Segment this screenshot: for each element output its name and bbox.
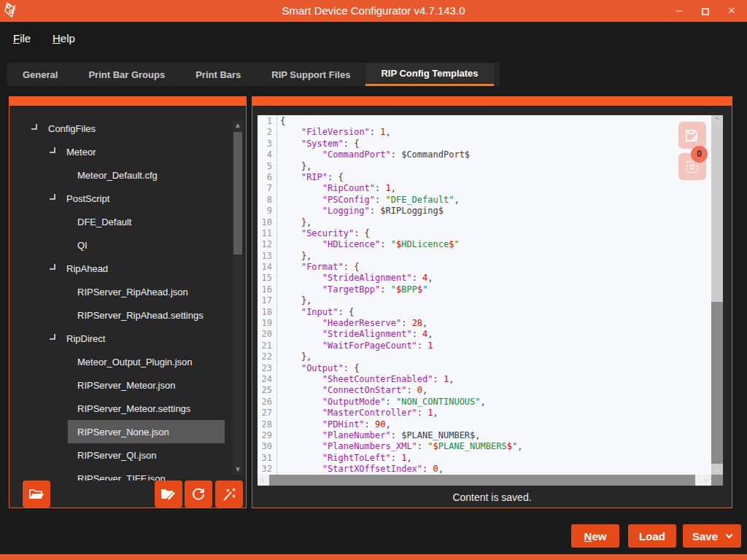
panel-header-strip <box>252 97 732 106</box>
tree-item-label: DFE_Default <box>77 217 131 228</box>
code-line: 21 "WaitForPageCount": 1 <box>258 341 711 351</box>
save-template-button[interactable] <box>678 122 706 149</box>
tree-item[interactable]: RipAhead <box>9 257 228 280</box>
tree-item-label: Meteor <box>66 147 96 158</box>
tree-item[interactable]: Meteor_Default.cfg <box>9 163 228 187</box>
expander-icon[interactable] <box>50 147 55 153</box>
tab-print-bar-groups[interactable]: Print Bar Groups <box>73 63 180 86</box>
maximize-button[interactable] <box>693 0 718 22</box>
expander-icon[interactable] <box>31 124 37 130</box>
tree-item[interactable]: DFE_Default <box>9 210 228 233</box>
tab-general[interactable]: General <box>7 63 73 86</box>
title-bar: Smart Device Configurator v4.7.143.0 ─ ✕ <box>0 0 747 22</box>
template-editor-panel: 1{2 "FileVersion": 1,3 "System": {4 "Com… <box>252 96 732 508</box>
close-button[interactable]: ✕ <box>719 0 744 22</box>
tree-item[interactable]: RipDirect <box>9 327 228 350</box>
horizontal-scrollbar-thumb[interactable] <box>269 475 695 486</box>
line-number: 19 <box>258 318 274 329</box>
code-line: 14 "Format": { <box>258 262 711 273</box>
status-text: Content is saved. <box>252 491 732 503</box>
line-number: 20 <box>258 329 274 340</box>
tree-scrollbar[interactable]: ▲ ▼ <box>233 120 243 475</box>
line-number: 4 <box>258 149 274 160</box>
window-title: Smart Device Configurator v4.7.143.0 <box>0 0 747 22</box>
tree-item-label: RIPServer_None.json <box>77 427 169 438</box>
line-number: 24 <box>258 374 274 385</box>
code-line: 27 "MasterController": 1, <box>258 408 711 419</box>
tree-item[interactable]: Meteor_Output_Plugin.json <box>9 350 228 373</box>
tree-item[interactable]: RIPServer_TIFF.json <box>9 467 228 481</box>
tree-item[interactable]: PostScript <box>9 187 228 210</box>
code-line: 3 "System": { <box>258 139 711 149</box>
code-line: 30 "PlaneNumbers_XML": "$PLANE_NUMBERS$"… <box>258 441 711 452</box>
code-line: 9 "Logging": $RIPLogging$ <box>258 206 711 217</box>
line-number: 12 <box>258 239 274 250</box>
menu-file[interactable]: File <box>13 32 31 44</box>
minimize-button[interactable]: ─ <box>667 0 692 22</box>
tab-rip-support-files[interactable]: RIP Support Files <box>256 63 365 86</box>
tree-item[interactable]: RIPServer_Meteor.settings <box>9 397 228 420</box>
scroll-right-icon[interactable]: › <box>700 475 711 486</box>
expander-icon[interactable] <box>50 194 55 200</box>
edit-folder-button[interactable] <box>155 481 182 508</box>
code-line: 4 "CommandPort": $CommandPort$ <box>258 149 711 160</box>
line-number: 17 <box>258 295 274 306</box>
tree-item-label: Meteor_Output_Plugin.json <box>77 357 193 368</box>
tree-item[interactable]: QI <box>9 233 228 257</box>
tree-item[interactable]: Meteor <box>9 140 228 163</box>
code-line: 2 "FileVersion": 1, <box>258 127 711 138</box>
tab-print-bars[interactable]: Print Bars <box>180 63 256 86</box>
line-number: 9 <box>258 206 274 217</box>
tree-item-label: RIPServer_TIFF.json <box>77 473 166 481</box>
magic-wand-icon <box>221 487 237 502</box>
tree-item[interactable]: RIPServer_RipAhead.settings <box>9 303 228 327</box>
expander-icon[interactable] <box>50 334 55 340</box>
line-number: 6 <box>258 172 274 183</box>
code-line: 24 "SheetCounterEnabled": 1, <box>258 374 711 385</box>
scroll-down-icon[interactable]: ▼ <box>233 464 243 475</box>
menu-help[interactable]: Help <box>53 32 75 44</box>
tree-item[interactable]: RIPServer_Meteor.json <box>9 373 228 397</box>
code-editor[interactable]: 1{2 "FileVersion": 1,3 "System": {4 "Com… <box>258 115 723 486</box>
code-line: 26 "OutputMode": "NON_CONTINUOUS", <box>258 397 711 408</box>
expander-icon[interactable] <box>50 264 55 270</box>
line-number: 18 <box>258 307 274 318</box>
scroll-down-icon[interactable]: ⌄ <box>711 464 723 475</box>
tree-item-label: RIPServer_Meteor.json <box>77 380 175 391</box>
code-line: 15 "StrideAlignment": 4, <box>258 273 711 284</box>
code-line: 23 "Output": { <box>258 363 711 374</box>
scroll-up-icon[interactable]: ⌃ <box>711 115 723 126</box>
vertical-scrollbar-thumb[interactable] <box>711 302 723 464</box>
tab-rip-config-templates[interactable]: RIP Config Templates <box>365 63 493 86</box>
tree-item[interactable]: ConfigFiles <box>9 117 228 140</box>
line-number: 21 <box>258 341 274 351</box>
folder-edit-icon <box>160 488 177 501</box>
scroll-up-icon[interactable]: ▲ <box>233 120 243 131</box>
tree-item-label: RIPServer_RipAhead.settings <box>77 310 204 321</box>
editor-vertical-scrollbar[interactable]: ⌃ ⌄ <box>711 115 723 475</box>
code-line: 32 "StartXOffsetIndex": 0, <box>258 464 711 475</box>
tree-scrollbar-thumb[interactable] <box>233 132 242 254</box>
tree-item[interactable]: RIPServer_None.json <box>9 420 228 443</box>
line-number: 2 <box>258 127 274 138</box>
code-line: 11 "Security": { <box>258 228 711 239</box>
new-button[interactable]: New <box>571 524 619 548</box>
tree-item[interactable]: RIPServer_RipAhead.json <box>9 280 228 303</box>
magic-wand-button[interactable] <box>215 481 243 508</box>
save-button[interactable]: Save <box>683 524 741 548</box>
code-line: 22 }, <box>258 351 711 362</box>
line-number: 5 <box>258 161 274 172</box>
open-folder-button[interactable] <box>23 481 50 508</box>
scroll-left-icon[interactable]: ‹ <box>258 475 268 486</box>
line-number: 29 <box>258 430 274 441</box>
menu-bar: File Help <box>0 22 747 57</box>
code-line: 1{ <box>258 116 711 127</box>
editor-horizontal-scrollbar[interactable]: ‹ › <box>258 475 711 486</box>
refresh-button[interactable] <box>185 481 212 508</box>
load-button[interactable]: Load <box>628 524 676 548</box>
tree-item[interactable]: RIPServer_QI.json <box>9 443 228 467</box>
code-area[interactable]: 1{2 "FileVersion": 1,3 "System": {4 "Com… <box>258 116 711 475</box>
panel-header-strip <box>9 97 246 106</box>
tree-item-label: RipAhead <box>66 263 108 274</box>
tree-item-label: RipDirect <box>66 333 105 344</box>
